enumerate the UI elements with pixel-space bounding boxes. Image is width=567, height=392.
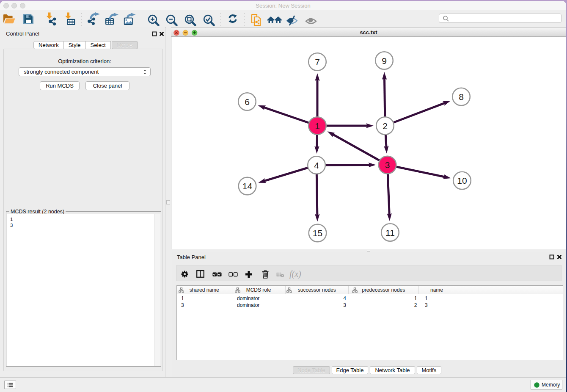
svg-text:8: 8 bbox=[459, 92, 464, 102]
svg-text:10: 10 bbox=[457, 176, 467, 185]
svg-text:11: 11 bbox=[385, 228, 395, 237]
svg-text:14: 14 bbox=[242, 181, 253, 191]
svg-text:7: 7 bbox=[315, 57, 320, 67]
svg-text:9: 9 bbox=[382, 56, 387, 66]
svg-text:3: 3 bbox=[385, 160, 390, 170]
svg-text:4: 4 bbox=[314, 160, 319, 170]
svg-text:6: 6 bbox=[245, 97, 250, 107]
svg-text:15: 15 bbox=[313, 228, 322, 238]
svg-text:1: 1 bbox=[315, 121, 320, 131]
svg-text:2: 2 bbox=[383, 121, 388, 131]
